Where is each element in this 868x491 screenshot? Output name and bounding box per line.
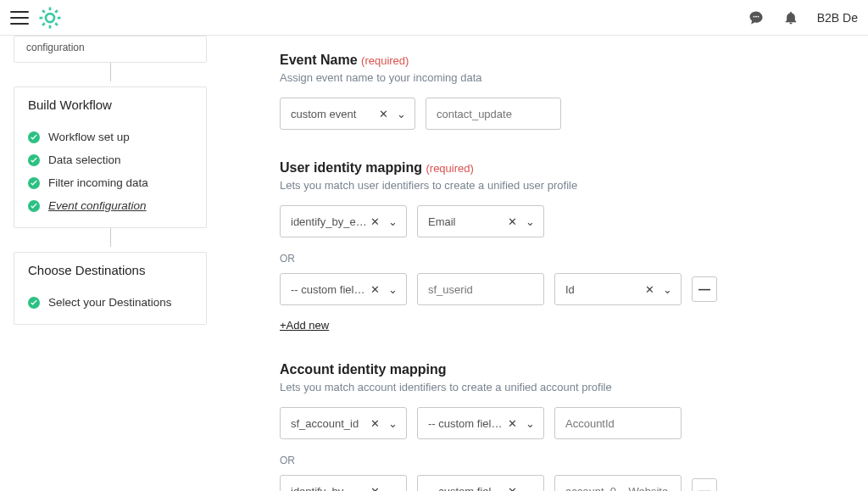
- chevron-down-icon[interactable]: ⌄: [383, 283, 399, 296]
- chevron-down-icon[interactable]: ⌄: [383, 417, 399, 430]
- step-filter-incoming[interactable]: Filter incoming data: [14, 171, 206, 194]
- user-label[interactable]: B2B De: [817, 11, 858, 25]
- remove-row-button[interactable]: —: [692, 478, 717, 491]
- connector-line: [110, 63, 111, 81]
- clear-icon[interactable]: ✕: [367, 283, 383, 296]
- clear-icon[interactable]: ✕: [376, 108, 392, 120]
- account-mapping-title: Account identity mapping: [280, 362, 868, 377]
- sf-userid-input[interactable]: [417, 273, 544, 305]
- account-custom-field-select[interactable]: -- custom field -- ✕ ⌄: [417, 407, 544, 439]
- check-icon: [28, 200, 40, 212]
- build-workflow-card: Build Workflow Workflow set up Data sele…: [14, 86, 207, 228]
- section-user-mapping: User identity mapping (required) Lets yo…: [280, 160, 868, 332]
- chat-icon[interactable]: [748, 9, 765, 26]
- chevron-down-icon[interactable]: ⌄: [383, 485, 399, 492]
- check-icon: [28, 131, 40, 143]
- or-label: OR: [280, 455, 868, 466]
- account-mapping-desc: Lets you match account identifiers to cr…: [280, 381, 868, 393]
- chevron-down-icon[interactable]: ⌄: [520, 485, 537, 492]
- choose-destinations-card: Choose Destinations Select your Destinat…: [14, 252, 207, 325]
- step-select-destinations[interactable]: Select your Destinations: [14, 291, 206, 314]
- user-mapping-title: User identity mapping (required): [280, 160, 868, 176]
- section-event-name: Event Name (required) Assign event name …: [280, 53, 868, 130]
- sidebar-mini-card: configuration: [14, 36, 207, 63]
- step-event-configuration[interactable]: Event configuration: [14, 194, 206, 217]
- account-id-select[interactable]: sf_account_id ✕ ⌄: [280, 407, 407, 439]
- event-name-desc: Assign event name to your incoming data: [280, 71, 868, 84]
- connector-line: [110, 228, 111, 247]
- add-new-link[interactable]: +Add new: [280, 319, 329, 332]
- topbar: B2B De: [0, 0, 868, 36]
- clear-icon[interactable]: ✕: [504, 417, 520, 430]
- user-identify-select[interactable]: identify_by_email ✕ ⌄: [280, 205, 407, 237]
- section-account-mapping: Account identity mapping Lets you match …: [280, 362, 868, 491]
- chevron-down-icon[interactable]: ⌄: [383, 215, 399, 228]
- chevron-down-icon[interactable]: ⌄: [392, 108, 408, 120]
- menu-icon[interactable]: [10, 11, 29, 25]
- check-icon: [28, 297, 40, 309]
- mini-card-title: configuration: [26, 42, 194, 53]
- event-type-select[interactable]: custom event ✕ ⌄: [280, 98, 415, 130]
- event-name-input[interactable]: [426, 98, 561, 130]
- user-id-field-select[interactable]: Id ✕ ⌄: [554, 273, 682, 305]
- user-email-field-select[interactable]: Email ✕ ⌄: [417, 205, 544, 237]
- account-website-select[interactable]: identify_by_website ✕ ⌄: [280, 475, 407, 491]
- user-custom-field-select[interactable]: -- custom field -- ✕ ⌄: [280, 273, 407, 305]
- check-icon: [28, 177, 40, 189]
- remove-row-button[interactable]: —: [692, 276, 717, 302]
- clear-icon[interactable]: ✕: [367, 215, 383, 228]
- svg-point-0: [46, 14, 54, 22]
- required-label: (required): [361, 54, 409, 67]
- main-panel: Event Name (required) Assign event name …: [220, 36, 868, 491]
- clear-icon[interactable]: ✕: [367, 485, 383, 492]
- account-website-input[interactable]: [554, 475, 682, 491]
- clear-icon[interactable]: ✕: [504, 485, 520, 492]
- check-icon: [28, 154, 40, 166]
- bell-icon[interactable]: [783, 10, 798, 25]
- clear-icon[interactable]: ✕: [642, 283, 658, 296]
- sidebar: configuration Build Workflow Workflow se…: [0, 36, 220, 491]
- chevron-down-icon[interactable]: ⌄: [658, 283, 674, 296]
- clear-icon[interactable]: ✕: [504, 215, 520, 228]
- accountid-input[interactable]: [554, 407, 682, 439]
- logo-gear-icon[interactable]: [37, 5, 63, 31]
- account-custom-field-select-2[interactable]: -- custom field -- ✕ ⌄: [417, 475, 544, 491]
- event-name-title: Event Name (required): [280, 53, 868, 68]
- clear-icon[interactable]: ✕: [367, 417, 383, 430]
- required-label: (required): [426, 162, 473, 175]
- chevron-down-icon[interactable]: ⌄: [520, 417, 537, 430]
- chevron-down-icon[interactable]: ⌄: [520, 215, 537, 228]
- step-data-selection[interactable]: Data selection: [14, 148, 206, 171]
- choose-card-title: Choose Destinations: [14, 253, 206, 287]
- step-workflow-setup[interactable]: Workflow set up: [14, 126, 206, 148]
- or-label: OR: [280, 253, 868, 265]
- build-card-title: Build Workflow: [14, 87, 206, 122]
- user-mapping-desc: Lets you match user identifiers to creat…: [280, 179, 868, 192]
